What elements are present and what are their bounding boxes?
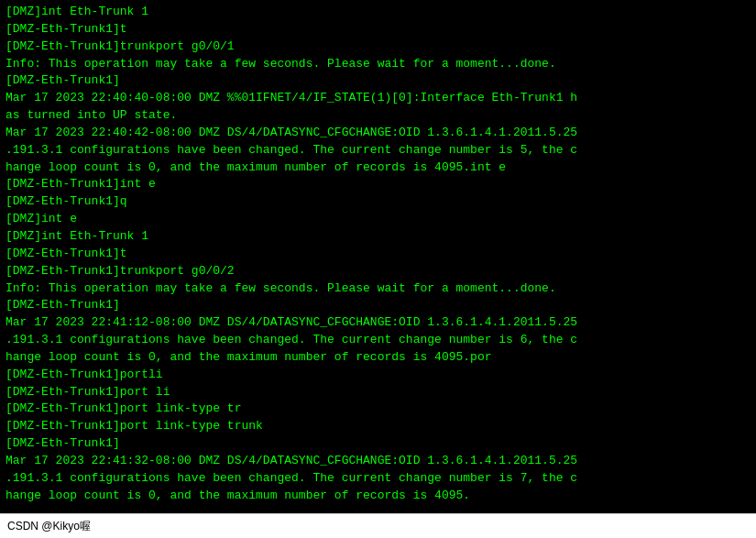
terminal-line: Mar 17 2023 22:40:42-08:00 DMZ DS/4/DATA… xyxy=(5,125,751,142)
terminal-line: [DMZ-Eth-Trunk1]port li xyxy=(5,384,751,401)
terminal-line: .191.3.1 configurations have been change… xyxy=(5,142,751,159)
terminal-line: hange loop count is 0, and the maximum n… xyxy=(5,349,751,367)
terminal-line: Mar 17 2023 22:40:40-08:00 DMZ %%01IFNET… xyxy=(5,90,751,107)
terminal-line: .191.3.1 configurations have been change… xyxy=(5,332,751,349)
terminal-line: Mar 17 2023 22:41:32-08:00 DMZ DS/4/DATA… xyxy=(5,453,751,470)
terminal-line: [DMZ-Eth-Trunk1]t xyxy=(5,21,751,38)
terminal-line: [DMZ-Eth-Trunk1] xyxy=(5,297,751,314)
terminal-line: hange loop count is 0, and the maximum n… xyxy=(5,159,751,177)
terminal-line: [DMZ]int Eth-Trunk 1 xyxy=(5,4,751,21)
terminal-line: [DMZ]int e xyxy=(5,211,751,228)
terminal-line: [DMZ-Eth-Trunk1]int e xyxy=(5,176,751,193)
terminal-line: Mar 17 2023 22:41:12-08:00 DMZ DS/4/DATA… xyxy=(5,314,751,332)
footer-text: CSDN @Kikyo喔 xyxy=(7,519,91,534)
terminal-line: .191.3.1 configurations have been change… xyxy=(5,470,751,488)
terminal-line: [DMZ]int Eth-Trunk 1 xyxy=(5,228,751,246)
terminal-line: [DMZ-Eth-Trunk1] xyxy=(5,72,751,90)
footer-bar: CSDN @Kikyo喔 xyxy=(0,513,756,538)
terminal-line: [DMZ-Eth-Trunk1]trunkport g0/0/2 xyxy=(5,263,751,280)
terminal-line: [DMZ-Eth-Trunk1]port link-type tr xyxy=(5,401,751,418)
terminal-output[interactable]: [DMZ]int Eth-Trunk 1[DMZ-Eth-Trunk1]t[DM… xyxy=(0,0,756,513)
terminal-line: [DMZ-Eth-Trunk1]port link-type trunk xyxy=(5,418,751,435)
terminal-line: [DMZ-Eth-Trunk1]trunkport g0/0/1 xyxy=(5,38,751,56)
terminal-line: Info: This operation may take a few seco… xyxy=(5,56,751,73)
terminal-line: as turned into UP state. xyxy=(5,107,751,125)
terminal-line: hange loop count is 0, and the maximum n… xyxy=(5,488,751,505)
terminal-line: [DMZ-Eth-Trunk1] xyxy=(5,435,751,453)
terminal-line: [DMZ-Eth-Trunk1]q xyxy=(5,193,751,211)
terminal-line: [DMZ-Eth-Trunk1]t xyxy=(5,246,751,263)
terminal-line: [DMZ-Eth-Trunk1]portli xyxy=(5,367,751,384)
terminal-line: Info: This operation may take a few seco… xyxy=(5,280,751,298)
